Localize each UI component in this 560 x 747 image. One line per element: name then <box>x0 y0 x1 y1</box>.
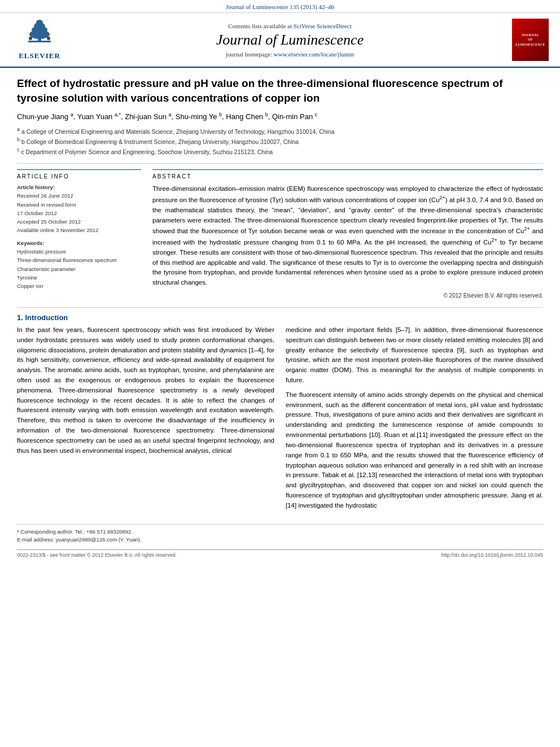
journal-homepage: journal homepage: www.elsevier.com/locat… <box>68 51 512 58</box>
abstract-column: ABSTRACT Three-dimensional excitation–em… <box>152 169 543 299</box>
intro-para-right-2: The fluorescent intensity of amino acids… <box>286 390 543 511</box>
history-dates: Received 26 June 2012 Received in revise… <box>17 191 141 234</box>
article-info-column: ARTICLE INFO Article history: Received 2… <box>17 169 141 299</box>
footer-left: 0022-2313/$ - see front matter © 2012 El… <box>17 552 177 558</box>
journal-title: Journal of Luminescence <box>68 32 512 49</box>
svg-point-5 <box>36 20 43 25</box>
affiliations: a a College of Chemical Engineering and … <box>17 126 543 157</box>
abstract-heading: ABSTRACT <box>152 173 543 180</box>
article-info-heading: ARTICLE INFO <box>17 173 141 180</box>
keywords-block: Keywords: Hydrostatic pressure Three-dim… <box>17 240 141 290</box>
intro-body-cols: In the past few years, fluorescent spect… <box>17 325 543 516</box>
kw-2: Three-dimensional fluorescence spectrum <box>17 256 141 264</box>
kw-4: Tyrosine <box>17 273 141 282</box>
divider-2 <box>17 307 543 308</box>
sciverse-link[interactable]: SciVerse ScienceDirect <box>294 23 352 29</box>
footer-right: http://dx.doi.org/10.1016/j.jlumin.2012.… <box>441 552 543 558</box>
kw-5: Copper ion <box>17 282 141 290</box>
introduction-section: 1. Introduction In the past few years, f… <box>17 313 543 516</box>
date-received: Received 26 June 2012 <box>17 193 73 199</box>
luminescence-logo-text: JOURNALOFLUMINESCENCE <box>515 33 545 47</box>
intro-col-left: In the past few years, fluorescent spect… <box>17 325 274 516</box>
luminescence-logo-box: JOURNALOFLUMINESCENCE <box>512 19 549 61</box>
intro-section-title: 1. Introduction <box>17 313 543 322</box>
article-history: Article history: Received 26 June 2012 R… <box>17 184 141 234</box>
contents-line: Contents lists available at SciVerse Sci… <box>68 23 512 29</box>
kw-3: Characteristic parameter <box>17 265 141 273</box>
date-revised: 17 October 2012 <box>17 210 57 216</box>
footer-bar: 0022-2313/$ - see front matter © 2012 El… <box>17 549 543 558</box>
svg-point-7 <box>47 37 50 40</box>
abstract-text: Three-dimensional excitation–emission ma… <box>152 184 543 288</box>
article-title: Effect of hydrostatic pressure and pH va… <box>17 76 543 105</box>
date-accepted: Accepted 25 October 2012 <box>17 219 81 225</box>
journal-center: Contents lists available at SciVerse Sci… <box>68 23 512 58</box>
keywords-label: Keywords: <box>17 240 141 246</box>
journal-reference: Journal of Luminescence 135 (2013) 42–46 <box>226 3 334 10</box>
authors-line: Chun-yue Jiang a, Yuan Yuan a,*, Zhi-jua… <box>17 112 543 121</box>
svg-point-6 <box>29 37 32 40</box>
affil-c: c c Department of Polymer Science and En… <box>17 146 543 156</box>
main-content: Effect of hydrostatic pressure and pH va… <box>0 68 560 569</box>
elsevier-label: ELSEVIER <box>19 51 60 60</box>
kw-1: Hydrostatic pressure <box>17 247 141 256</box>
homepage-link[interactable]: www.elsevier.com/locate/jlumin <box>274 51 354 58</box>
info-abstract-section: ARTICLE INFO Article history: Received 2… <box>17 169 543 299</box>
affil-a: a a College of Chemical Engineering and … <box>17 126 543 136</box>
elsevier-tree-icon <box>23 19 56 50</box>
divider-1 <box>17 163 543 164</box>
footnotes: * Corresponding author. Tel.: +86 571 88… <box>17 524 543 544</box>
history-label: Article history: <box>17 184 141 190</box>
elsevier-logo: ELSEVIER <box>11 19 68 60</box>
corresponding-note: * Corresponding author. Tel.: +86 571 88… <box>17 528 543 536</box>
intro-col-right: medicine and other important fields [5–7… <box>286 325 543 516</box>
date-revised-label: Received in revised form <box>17 202 76 208</box>
affil-b: b b College of Biomedical Engineering & … <box>17 136 543 146</box>
intro-para-left-1: In the past few years, fluorescent spect… <box>17 325 274 456</box>
journal-reference-bar: Journal of Luminescence 135 (2013) 42–46 <box>0 0 560 13</box>
journal-header: ELSEVIER Contents lists available at Sci… <box>0 13 560 68</box>
date-online: Available online 3 November 2012 <box>17 227 99 233</box>
copyright-line: © 2012 Elsevier B.V. All rights reserved… <box>152 292 543 299</box>
intro-para-right-1: medicine and other important fields [5–7… <box>286 325 543 386</box>
email-note: E-mail address: yuanyuan2989@126.com (Y.… <box>17 536 543 544</box>
